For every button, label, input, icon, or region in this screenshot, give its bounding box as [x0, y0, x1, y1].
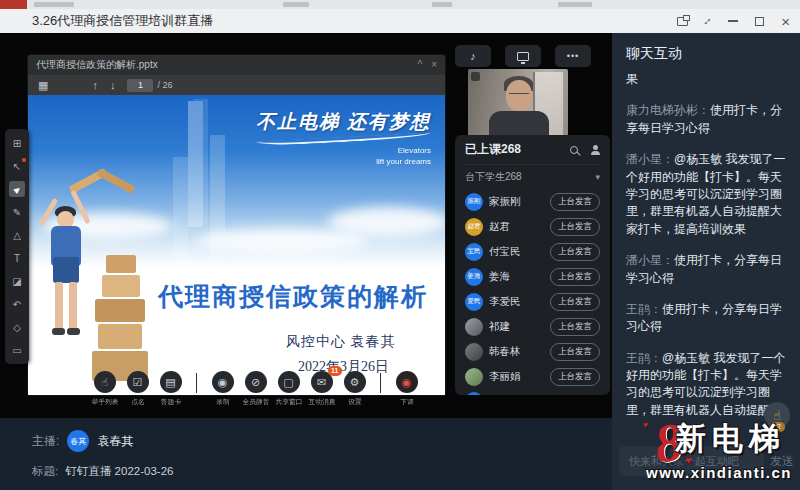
title-bar: 3.26代理商授信管理培训群直播 ↕ × [0, 9, 800, 33]
students-panel-title: 已上课268 [465, 141, 521, 158]
presenter-camera-video[interactable] [468, 69, 568, 141]
chat-input[interactable] [619, 446, 764, 476]
answer-card-button[interactable]: ▤ 答题卡 [154, 371, 187, 407]
share-screen-button[interactable] [505, 45, 541, 67]
students-panel: 已上课268 台下学生268 ▾ 振刚 家振刚 上台发言 赵君 赵君 上台发言 [455, 135, 610, 395]
end-class-button[interactable]: ◉ 下课 [390, 371, 423, 407]
invite-speak-button[interactable]: 上台发言 [550, 318, 600, 336]
search-icon[interactable] [570, 146, 578, 154]
slide-panel-icon[interactable]: ▦ [38, 79, 48, 92]
text-icon[interactable]: T [9, 250, 25, 266]
live-class-window: 3.26代理商授信管理培训群直播 ↕ × 代理商授信政策的解析.pptx ^ ×… [0, 0, 800, 490]
ppt-header: 代理商授信政策的解析.pptx ^ × [28, 55, 445, 75]
avatar-photo [465, 318, 483, 336]
mute-all-icon: ⊘ [251, 376, 260, 389]
clear-icon[interactable]: ◇ [9, 319, 25, 335]
student-name: 祁建 [489, 320, 510, 334]
student-row: 祁建 上台发言 [465, 314, 600, 339]
maximize-icon[interactable] [755, 17, 764, 26]
mute-all-button[interactable]: ⊘ 全员静音 [239, 371, 272, 407]
like-button[interactable]: ☝ 12 [764, 402, 790, 428]
end-class-icon: ◉ [402, 376, 412, 389]
shapes-icon[interactable]: △ [9, 227, 25, 243]
student-name: 家振刚 [489, 195, 521, 209]
cursor-icon[interactable]: ► [9, 181, 25, 197]
like-icon: ☝ [773, 409, 781, 422]
answer-card-icon: ▤ [165, 376, 175, 389]
raise-hand-list-button[interactable]: ☝ 举手列表 [88, 371, 121, 407]
host-info-bar: 主播: 春其 袁春其 标题: 钉钉直播 2022-03-26 [0, 418, 612, 490]
speaker-icon: ♪ [470, 50, 476, 62]
invite-speak-button[interactable]: 上台发言 [550, 193, 600, 211]
avatar-photo [465, 343, 483, 361]
send-button[interactable]: 发送 [770, 453, 794, 470]
cloud [198, 229, 368, 253]
page-number-input[interactable]: 1 [127, 79, 153, 92]
record-button[interactable]: ◉ 录制 [206, 371, 239, 407]
background-window-strip [0, 0, 800, 9]
audio-settings-button[interactable]: ♪ [455, 45, 491, 67]
interactive-messages-button[interactable]: ✉ 11 互动消息 [305, 371, 338, 407]
skyscraper-image [188, 101, 203, 227]
more-button[interactable]: ••• [555, 45, 591, 67]
prev-page-icon[interactable]: ↑ [92, 79, 98, 91]
ppt-toolbar: ▦ ↑ ↓ 1 / 26 [28, 75, 445, 95]
strip-mark [283, 2, 309, 7]
popout-icon[interactable] [677, 17, 688, 26]
record-icon: ◉ [218, 376, 228, 389]
next-page-icon[interactable]: ↓ [110, 79, 116, 91]
pen-icon[interactable]: ✎ [9, 204, 25, 220]
share-window-button[interactable]: ▢ 共享窗口 [272, 371, 305, 407]
chat-input-row: 发送 [619, 446, 794, 476]
slide-slogan-en2: lift your dreams [256, 157, 431, 168]
presentation-stage: 代理商授信政策的解析.pptx ^ × ▦ ↑ ↓ 1 / 26 [0, 33, 612, 418]
chat-message: 王鹃：使用打卡，分享每日学习心得 [626, 301, 786, 336]
student-name: 李丽娟 [489, 370, 521, 384]
avatar: 宝民 [465, 243, 483, 261]
roll-call-icon: ☑ [133, 376, 143, 389]
avatar: 姜海 [465, 268, 483, 286]
slide-author: 风控中心 袁春其 [286, 333, 396, 351]
fullscreen-icon[interactable]: ↕ [702, 15, 715, 28]
tools-icon[interactable]: ▭ [9, 342, 25, 358]
chat-message: 潘小星：使用打卡，分享每日学习心得 [626, 252, 786, 287]
gear-icon: ⚙ [350, 376, 360, 389]
boy-with-blocks-image [40, 161, 165, 391]
undo-icon[interactable]: ↶ [9, 296, 25, 312]
partial-avatar [465, 392, 483, 395]
annotation-toolbar: ⊞ ↖ ► ✎ △ T ◪ ↶ ◇ ▭ [5, 129, 29, 364]
slide-title: 代理商授信政策的解析 [158, 280, 428, 313]
minimize-icon[interactable] [728, 20, 738, 22]
add-user-icon[interactable] [590, 145, 600, 155]
ppt-close-icon[interactable]: × [431, 60, 437, 70]
chat-message: 果 [626, 71, 786, 88]
invite-speak-button[interactable]: 上台发言 [550, 268, 600, 286]
roll-call-button[interactable]: ☑ 点名 [121, 371, 154, 407]
toolbar-divider [380, 373, 381, 393]
student-row: 李丽娟 上台发言 [465, 364, 600, 389]
camera-status-chip [471, 72, 480, 81]
select-icon[interactable]: ⊞ [9, 135, 25, 151]
invite-speak-button[interactable]: 上台发言 [550, 293, 600, 311]
invite-speak-button[interactable]: 上台发言 [550, 343, 600, 361]
invite-speak-button[interactable]: 上台发言 [550, 218, 600, 236]
invite-speak-button[interactable]: 上台发言 [550, 368, 600, 386]
strip-mark [34, 2, 74, 7]
stage-controls: ♪ ••• [455, 45, 591, 67]
close-icon[interactable]: × [781, 14, 790, 29]
ppt-header-icons: ^ × [417, 60, 437, 70]
ppt-window: 代理商授信政策的解析.pptx ^ × ▦ ↑ ↓ 1 / 26 [28, 55, 445, 395]
like-count-badge: 12 [769, 422, 785, 432]
eraser-icon[interactable]: ◪ [9, 273, 25, 289]
ppt-filename: 代理商授信政策的解析.pptx [36, 58, 158, 72]
host-avatar: 春其 [67, 430, 89, 452]
laser-pointer-icon[interactable]: ↖ [9, 158, 25, 174]
invite-speak-button[interactable]: 上台发言 [550, 243, 600, 261]
chevron-down-icon[interactable]: ▾ [595, 172, 600, 182]
page-total: / 26 [157, 80, 172, 90]
avatar: 振刚 [465, 193, 483, 211]
stream-title-value: 钉钉直播 2022-03-26 [65, 465, 173, 477]
host-label: 主播: [32, 433, 59, 450]
settings-button[interactable]: ⚙ 设置 [338, 371, 371, 407]
collapse-icon[interactable]: ^ [417, 60, 422, 70]
